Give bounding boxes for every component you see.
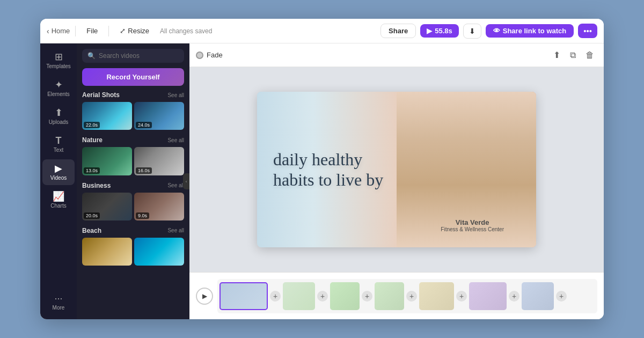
beach-clip-2[interactable] [134,238,184,266]
slide-preview[interactable]: daily healthyhabits to live by Vita Verd… [257,92,536,247]
duplicate-slide-btn[interactable]: ⧉ [567,48,579,62]
play-icon: ▶ [427,27,432,35]
search-icon: 🔍 [87,52,96,60]
slide-text-overlay: daily healthyhabits to live by [273,149,383,190]
beach-thumbs [82,238,184,266]
app-container: ‹ Home File ⤢ Resize All changes saved S… [40,19,604,319]
nature-title: Nature [82,136,103,144]
home-label: Home [52,27,70,35]
sidebar-item-charts[interactable]: 📈 Charts [42,187,75,213]
ellipsis-icon: ••• [583,26,592,35]
slide-main-text: daily healthyhabits to live by [273,149,383,190]
aerial-clip-2-duration: 24.0s [136,122,152,128]
aerial-clip-1-duration: 22.0s [84,122,100,128]
topbar-left: ‹ Home File ⤢ Resize All changes saved [47,25,376,37]
category-business: Business See all 20.0s 9.0s [82,182,184,221]
add-clip-btn-6[interactable]: + [509,291,519,302]
add-clip-btn-4[interactable]: + [406,291,417,302]
canvas-content: daily healthyhabits to live by Vita Verd… [189,67,604,272]
timeline-clip-3[interactable] [330,282,360,310]
topbar-divider [75,26,76,36]
timeline-clip-5[interactable] [419,282,454,310]
add-clip-btn-2[interactable]: + [317,291,328,302]
panel-container: 🔍 Record Yourself Aerial Shots See all [77,43,189,319]
category-nature: Nature See all 13.0s 16.0s [82,136,184,175]
timeline-clip-1[interactable] [219,282,268,310]
share-watch-btn[interactable]: 👁 Share link to watch [486,24,574,38]
record-yourself-btn[interactable]: Record Yourself [82,68,184,86]
timeline-clip-6[interactable] [469,282,507,310]
sidebar-item-text[interactable]: T Text [42,131,75,157]
videos-search-area: 🔍 [77,43,189,66]
nature-clip-1[interactable]: 13.0s [82,147,132,175]
aerial-clip-2[interactable]: 24.0s [134,102,184,130]
fade-dot [196,52,203,59]
more-options-btn[interactable]: ••• [578,24,597,38]
sidebar-item-uploads[interactable]: ⬆ Uploads [42,104,75,129]
file-menu-btn[interactable]: File [81,25,103,37]
timeline-clip-4[interactable] [375,282,404,310]
text-icon: T [56,136,62,145]
delete-slide-btn[interactable]: 🗑 [582,48,597,62]
biz-clip-2[interactable]: 9.0s [134,193,184,221]
sidebar-label-more: More [53,305,65,311]
category-beach: Beach See all [82,227,184,266]
topbar-right: Share ▶ 55.8s ⬇ 👁 Share link to watch ••… [380,24,597,39]
share-button[interactable]: Share [380,24,416,38]
nature-clip-2[interactable]: 16.0s [134,147,184,175]
business-title: Business [82,182,111,189]
beach-see-all[interactable]: See all [167,227,184,233]
timeline-track: + + + + + + + [217,279,597,313]
panel-collapse-handle[interactable]: ‹ [183,173,189,189]
play-icon: ▶ [202,292,207,300]
transition-indicator: Fade [196,51,223,59]
sidebar-icons: ⊞ Templates ✦ Elements ⬆ Uploads T Text … [40,43,77,319]
download-btn[interactable]: ⬇ [463,24,481,39]
aerial-see-all[interactable]: See all [167,92,184,98]
chevron-left-icon: ‹ [47,27,49,35]
resize-icon: ⤢ [120,27,126,35]
nature-see-all[interactable]: See all [167,137,184,143]
add-clip-btn-1[interactable]: + [270,291,281,302]
category-aerial-header: Aerial Shots See all [82,91,184,99]
preview-play-btn[interactable]: ▶ 55.8s [420,24,459,38]
videos-scroll: Aerial Shots See all 22.0s 24.0s [77,91,189,319]
category-nature-header: Nature See all [82,136,184,144]
beach-clip-2-bg [134,238,184,266]
business-see-all[interactable]: See all [167,182,184,188]
sidebar-item-templates[interactable]: ⊞ Templates [42,48,75,74]
nature-thumbs: 13.0s 16.0s [82,147,184,175]
search-box: 🔍 [82,49,184,63]
brand-name: Vita Verde [441,218,504,226]
sidebar-item-more[interactable]: ··· More [42,289,75,315]
sidebar-label-charts: Charts [50,203,66,209]
timeline-clip-2[interactable] [283,282,315,310]
business-thumbs: 20.0s 9.0s [82,193,184,221]
add-clip-btn-3[interactable]: + [362,291,372,302]
beach-clip-1[interactable] [82,238,132,266]
topbar: ‹ Home File ⤢ Resize All changes saved S… [40,19,604,43]
templates-icon: ⊞ [55,52,63,62]
topbar-divider2 [108,26,109,36]
aerial-clip-1[interactable]: 22.0s [82,102,132,130]
eye-icon: 👁 [493,27,500,35]
brand-sub: Fitness & Wellness Center [441,226,504,232]
share-canvas-btn[interactable]: ⬆ [550,48,564,62]
sidebar-item-elements[interactable]: ✦ Elements [42,76,75,101]
aerial-title: Aerial Shots [82,91,120,99]
category-business-header: Business See all [82,182,184,189]
add-clip-btn-7[interactable]: + [556,291,567,302]
sidebar-item-videos[interactable]: ▶ Videos [42,159,75,185]
timeline-clip-7[interactable] [522,282,554,310]
back-home-btn[interactable]: ‹ Home [47,27,70,35]
uploads-icon: ⬆ [55,108,63,117]
add-clip-btn-5[interactable]: + [456,291,467,302]
canvas-topbar-actions: ⬆ ⧉ 🗑 [550,48,597,62]
category-aerial: Aerial Shots See all 22.0s 24.0s [82,91,184,130]
search-input[interactable] [99,52,179,60]
resize-btn[interactable]: ⤢ Resize [114,25,155,37]
videos-icon: ▶ [55,164,62,173]
more-icon: ··· [54,293,62,303]
biz-clip-1[interactable]: 20.0s [82,193,132,221]
timeline-play-btn[interactable]: ▶ [196,288,213,305]
